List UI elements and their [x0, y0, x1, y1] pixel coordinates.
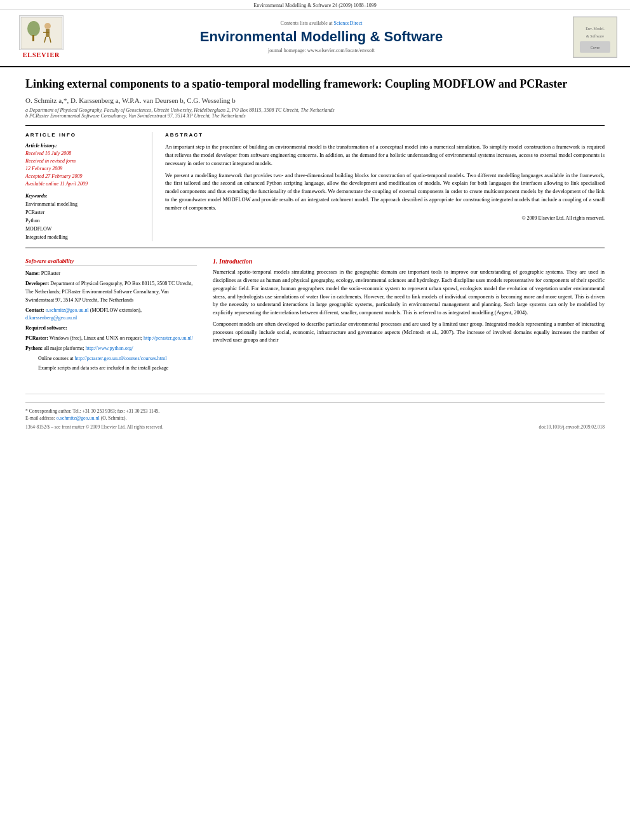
svg-rect-4 — [46, 29, 50, 37]
footer-bottom: 1364-8152/$ – see front matter © 2009 El… — [25, 424, 605, 430]
article-history: Article history: Received 16 July 2008 R… — [25, 143, 142, 188]
keywords-section: Keywords: Environmental modelling PCRast… — [25, 193, 142, 241]
pcraster-link[interactable]: http://pcraster.geo.uu.nl/ — [144, 335, 193, 341]
journal-ref-bar: Environmental Modelling & Software 24 (2… — [0, 0, 630, 10]
footer-divider — [25, 403, 605, 403]
affiliation-b: b PCRaster Environmental Software Consul… — [25, 113, 605, 119]
email-footnote: E-mail address: o.schmitz@geo.uu.nl (O. … — [25, 415, 605, 421]
online-courses-link[interactable]: http://pcraster.geo.uu.nl/courses/course… — [75, 356, 167, 361]
issn-text: 1364-8152/$ – see front matter © 2009 El… — [25, 424, 163, 430]
software-column: Software availability Name: PCRaster Dev… — [25, 258, 197, 375]
abstract-text: An important step in the procedure of bu… — [165, 143, 605, 211]
copyright: © 2009 Elsevier Ltd. All rights reserved… — [165, 215, 605, 221]
contents-line: Contents lists available at ScienceDirec… — [70, 20, 573, 26]
keywords-label: Keywords: — [25, 193, 142, 199]
contact-suffix: (MODFLOW extension), — [90, 307, 142, 313]
main-content: Linking external components to a spatio-… — [0, 67, 630, 443]
email-name: (O. Schmitz). — [101, 415, 127, 421]
pcraster-label: PCRaster: — [25, 335, 48, 341]
svg-text:Env. Model.: Env. Model. — [586, 27, 605, 30]
authors-text: O. Schmitz a,*, D. Karssenberg a, W.P.A.… — [25, 97, 236, 104]
python-link[interactable]: http://www.python.org/ — [86, 345, 133, 351]
python-item: Python: all major platforms; http://www.… — [25, 345, 197, 353]
journal-ref: Environmental Modelling & Software 24 (2… — [253, 3, 376, 8]
intro-heading: 1. Introduction — [213, 258, 605, 265]
intro-para1: Numerical spatio-temporal models simulat… — [213, 268, 605, 317]
keyword-5: Integrated modelling — [25, 234, 142, 242]
footer-area: * Corresponding author. Tel.: +31 30 253… — [25, 394, 605, 430]
keyword-1: Environmental modelling — [25, 201, 142, 209]
software-contact: Contact: o.schmitz@geo.uu.nl (MODFLOW ex… — [25, 307, 197, 323]
keyword-3: Python — [25, 217, 142, 225]
developer-value: Department of Physical Geography, PO Box… — [25, 281, 192, 303]
available-date: Available online 11 April 2009 — [25, 180, 142, 188]
svg-point-3 — [44, 23, 51, 29]
software-heading: Software availability — [25, 258, 197, 266]
software-name: Name: PCRaster — [25, 270, 197, 278]
elsevier-brand: ELSEVIER — [23, 51, 60, 58]
journal-homepage: journal homepage: www.elsevier.com/locat… — [70, 48, 573, 53]
svg-text:& Software: & Software — [586, 34, 604, 38]
software-developer: Developer: Department of Physical Geogra… — [25, 280, 197, 304]
abstract-para1: An important step in the procedure of bu… — [165, 143, 605, 167]
journal-header: Environmental Modelling & Software 24 (2… — [0, 0, 630, 67]
name-label: Name: — [25, 270, 40, 276]
journal-title-area: ELSEVIER Contents lists available at Sci… — [0, 10, 630, 63]
name-value: PCRaster — [41, 270, 60, 276]
example-scripts-text: Example scripts and data sets are includ… — [38, 365, 168, 371]
sciencedirect-link[interactable]: ScienceDirect — [334, 20, 363, 26]
pcraster-item: PCRaster: Windows (free), Linux and UNIX… — [25, 335, 197, 343]
pcraster-value: Windows (free), Linux and UNIX on reques… — [50, 335, 142, 341]
elsevier-tree-image — [19, 15, 64, 50]
page-wrapper: Environmental Modelling & Software 24 (2… — [0, 0, 630, 840]
journal-right-image: Env. Model. & Software Cover — [573, 17, 617, 58]
svg-point-1 — [27, 21, 40, 36]
required-software: Required software: — [25, 324, 197, 333]
history-label: Article history: — [25, 143, 142, 149]
revised-date: Received in revised form 12 February 200… — [25, 157, 142, 173]
keyword-2: PCRaster — [25, 209, 142, 217]
keyword-4: MODFLOW — [25, 225, 142, 234]
python-value: all major platforms; — [44, 345, 84, 351]
corresponding-text: * Corresponding author. Tel.: +31 30 253… — [25, 408, 159, 414]
abstract-column: ABSTRACT An important step in the proced… — [165, 132, 605, 241]
bottom-section: Software availability Name: PCRaster Dev… — [25, 258, 605, 375]
python-label: Python: — [25, 345, 43, 351]
intro-text: Numerical spatio-temporal models simulat… — [213, 268, 605, 344]
received-date: Received 16 July 2008 — [25, 150, 142, 157]
footnote-email-link[interactable]: o.schmitz@geo.uu.nl — [57, 415, 100, 421]
introduction-column: 1. Introduction Numerical spatio-tempora… — [213, 258, 605, 375]
svg-rect-2 — [32, 35, 34, 41]
contact-email1-link[interactable]: o.schmitz@geo.uu.nl — [46, 307, 89, 313]
accepted-date: Accepted 27 February 2009 — [25, 173, 142, 180]
online-courses-label: Online courses at — [38, 356, 74, 361]
abstract-header: ABSTRACT — [165, 132, 605, 138]
contact-label: Contact: — [25, 307, 44, 313]
elsevier-logo: ELSEVIER — [13, 15, 70, 58]
article-info-column: ARTICLE INFO Article history: Received 1… — [25, 132, 152, 241]
abstract-para2: We present a modelling framework that pr… — [165, 171, 605, 212]
intro-para2: Component models are often developed to … — [213, 320, 605, 344]
svg-rect-0 — [21, 17, 62, 49]
required-label: Required software: — [25, 325, 67, 331]
journal-center: Contents lists available at ScienceDirec… — [70, 20, 573, 53]
svg-text:Cover: Cover — [591, 46, 600, 50]
info-abstract-section: ARTICLE INFO Article history: Received 1… — [25, 125, 605, 248]
doi-text: doi:10.1016/j.envsoft.2009.02.018 — [539, 424, 605, 430]
example-scripts: Example scripts and data sets are includ… — [25, 364, 197, 373]
affiliations: a Department of Physical Geography, Facu… — [25, 107, 605, 119]
contact-email2-link[interactable]: d.karssenberg@geo.uu.nl — [25, 315, 77, 321]
developer-label: Developer: — [25, 281, 49, 286]
online-courses-item: Online courses at http://pcraster.geo.uu… — [25, 355, 197, 363]
journal-name: Environmental Modelling & Software — [70, 29, 573, 45]
authors: O. Schmitz a,*, D. Karssenberg a, W.P.A.… — [25, 97, 605, 104]
affiliation-a: a Department of Physical Geography, Facu… — [25, 107, 605, 113]
corresponding-footnote: * Corresponding author. Tel.: +31 30 253… — [25, 408, 605, 414]
article-title: Linking external components to a spatio-… — [25, 77, 605, 91]
article-info-header: ARTICLE INFO — [25, 132, 142, 138]
email-label: E-mail address: — [25, 415, 57, 421]
